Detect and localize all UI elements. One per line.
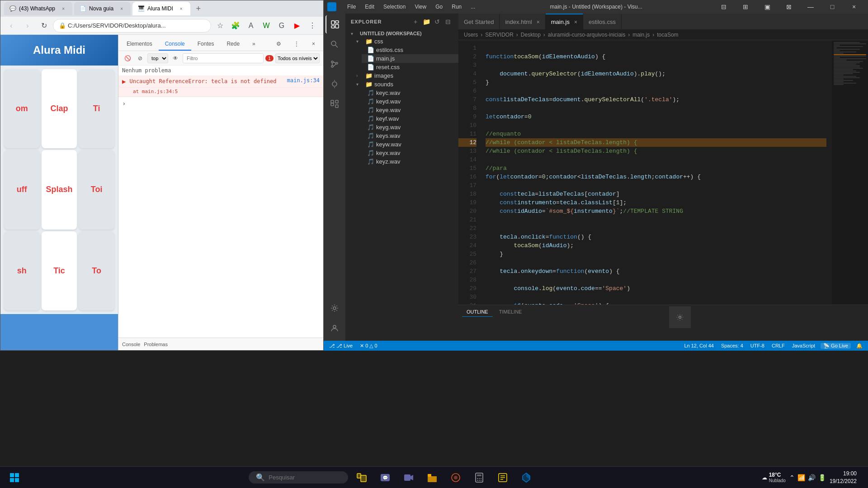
taskbar-app-browser[interactable]	[446, 468, 466, 488]
file-mainjs[interactable]: 📄 main.js	[362, 54, 458, 63]
layout-side[interactable]: ▣	[757, 0, 778, 14]
problems-tab-label[interactable]: Problemas	[144, 342, 168, 347]
folder-sounds[interactable]: ▾ 📁 sounds	[345, 80, 458, 89]
encoding-item[interactable]: UTF-8	[749, 343, 766, 349]
file-keyc[interactable]: 🎵keyc.wav	[362, 89, 458, 97]
account-icon[interactable]	[326, 319, 344, 337]
tab-whatsapp[interactable]: 💬 (43) WhatsApp ×	[4, 2, 72, 15]
error-link[interactable]: main.js:34	[287, 77, 320, 84]
taskbar-app-notes[interactable]	[493, 468, 513, 488]
devtools-tab-console[interactable]: Console	[159, 38, 191, 51]
file-keyf[interactable]: 🎵keyf.wav	[362, 114, 458, 123]
folder-images[interactable]: › 📁 images	[345, 71, 458, 80]
midi-key-0[interactable]: om	[4, 69, 40, 148]
taskbar-app-vscode[interactable]	[516, 468, 536, 488]
eol-item[interactable]: CRLF	[770, 343, 787, 349]
new-folder-icon[interactable]: 📁	[421, 17, 431, 27]
branch-item[interactable]: ⎇ ⎇ Live	[327, 343, 354, 349]
taskbar-app-calculator[interactable]	[469, 468, 489, 488]
menu-go[interactable]: Go	[432, 3, 446, 11]
clear-console-button[interactable]: 🚫	[122, 53, 133, 64]
tab-get-started[interactable]: Get Started	[458, 14, 500, 29]
file-keyw[interactable]: 🎵keyw.wav	[362, 140, 458, 149]
menu-edit[interactable]: Edit	[361, 3, 378, 11]
folder-css[interactable]: ▾ 📁 css	[345, 37, 458, 46]
outline-tab[interactable]: OUTLINE	[462, 307, 493, 317]
new-tab-button[interactable]: +	[192, 2, 205, 15]
tab-nova[interactable]: 📄 Nova guia ×	[74, 2, 131, 15]
taskbar-app-files[interactable]	[422, 468, 442, 488]
layout-icons[interactable]: ⊟	[713, 0, 734, 14]
midi-key-7[interactable]: Tic	[42, 231, 77, 310]
collapse-all-icon[interactable]: ⊟	[443, 17, 453, 27]
reload-button[interactable]: ↻	[37, 19, 51, 33]
midi-key-3[interactable]: uff	[4, 150, 40, 229]
file-reset[interactable]: 📄 reset.css	[362, 63, 458, 71]
refresh-icon[interactable]: ↺	[432, 17, 442, 27]
search-bar[interactable]: 🔍	[249, 471, 348, 483]
search-icon[interactable]	[326, 35, 344, 53]
bc-servidor[interactable]: SERVIDOR	[485, 32, 513, 38]
wifi-icon[interactable]: 📶	[797, 474, 805, 481]
whatsapp-tab-close[interactable]: ×	[60, 5, 67, 12]
bc-users[interactable]: Users	[464, 32, 478, 38]
tab-estilos-css[interactable]: estilos.css	[583, 14, 622, 29]
midi-key-2[interactable]: Ti	[79, 69, 114, 148]
file-keyz[interactable]: 🎵keyz.wav	[362, 157, 458, 166]
midi-key-8[interactable]: To	[79, 231, 114, 310]
tab-alura[interactable]: 🎹 Alura MIDI ×	[132, 2, 190, 15]
position-item[interactable]: Ln 12, Col 44	[682, 343, 715, 349]
menu-view[interactable]: View	[411, 3, 430, 11]
alura-extension[interactable]: A	[244, 19, 258, 33]
index-close-icon[interactable]: ×	[537, 19, 540, 25]
main-js-close-icon[interactable]: ×	[574, 19, 577, 25]
file-estilos[interactable]: 📄 estilos.css	[362, 46, 458, 54]
battery-icon[interactable]: 🔋	[818, 474, 826, 481]
layout-grid[interactable]: ⊠	[778, 0, 799, 14]
spaces-item[interactable]: Spaces: 4	[719, 343, 745, 349]
notifications-item[interactable]: 🔔	[854, 343, 864, 349]
devtools-more[interactable]: ⋮	[288, 38, 306, 51]
search-input[interactable]	[269, 474, 332, 481]
tab-main-js[interactable]: main.js ×	[546, 14, 583, 29]
devtools-tab-elementos[interactable]: Elementos	[120, 38, 159, 51]
taskbar-app-explorer[interactable]	[352, 468, 372, 488]
code-editor[interactable]: function tocaSom (idElementoAudio) { doc…	[480, 40, 832, 305]
menu-run[interactable]: Run	[448, 3, 465, 11]
bc-aluramidi[interactable]: aluramidi-curso-arquivos-iniciais	[548, 32, 625, 38]
devtools-tab-rede[interactable]: Rede	[220, 38, 246, 51]
midi-key-4[interactable]: Splash	[42, 150, 77, 229]
bc-mainjs[interactable]: main.js	[632, 32, 650, 38]
gear-icon[interactable]	[671, 308, 689, 326]
file-keyx[interactable]: 🎵keyx.wav	[362, 149, 458, 157]
timeline-tab[interactable]: TIMELINE	[495, 307, 527, 317]
gmail-extension[interactable]: G	[274, 19, 289, 33]
bookmark-button[interactable]: ☆	[213, 19, 227, 33]
midi-key-5[interactable]: Toi	[79, 150, 114, 229]
midi-key-6[interactable]: sh	[4, 231, 40, 310]
errors-item[interactable]: ✕ 0 △ 0	[358, 343, 379, 349]
severity-select[interactable]: Todos os níveis	[275, 53, 320, 63]
workspace-label[interactable]: ▾ UNTITLED (WORKSPACE)	[345, 30, 458, 37]
go-live-item[interactable]: 📡 Go Live	[821, 343, 851, 349]
start-button[interactable]	[4, 467, 25, 488]
bc-desktop[interactable]: Desktop	[521, 32, 541, 38]
tab-index-html[interactable]: index.html ×	[500, 14, 545, 29]
back-button[interactable]: ‹	[4, 19, 19, 33]
layout-split[interactable]: ⊞	[735, 0, 756, 14]
minimize-button[interactable]: —	[800, 0, 821, 14]
console-tab-label[interactable]: Console	[122, 342, 140, 347]
volume-icon[interactable]: 🔊	[808, 474, 816, 481]
devtools-close[interactable]: ×	[306, 38, 321, 51]
menu-button[interactable]: ⋮	[305, 19, 320, 33]
alura-tab-close[interactable]: ×	[178, 5, 185, 12]
youtube-extension[interactable]: ▶	[290, 19, 304, 33]
settings-icon[interactable]	[326, 299, 344, 317]
file-keyd[interactable]: 🎵keyd.wav	[362, 97, 458, 106]
taskbar-app-video[interactable]	[399, 468, 419, 488]
new-file-icon[interactable]: +	[410, 17, 420, 27]
source-control-icon[interactable]	[326, 55, 344, 73]
bc-tocaSom[interactable]: tocaSom	[657, 32, 678, 38]
extensions-button[interactable]: 🧩	[228, 19, 243, 33]
debug-icon[interactable]	[326, 75, 344, 93]
